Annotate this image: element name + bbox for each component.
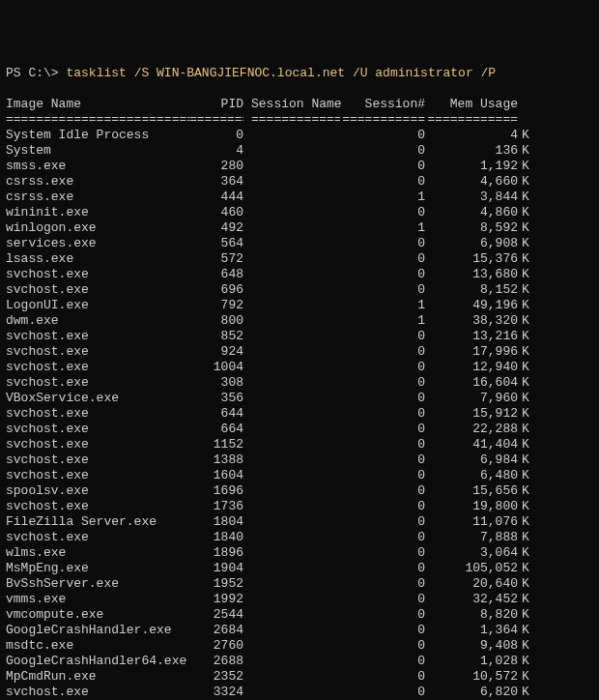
table-cell: 1152 <box>189 437 243 452</box>
table-cell: svchost.exe <box>6 685 189 700</box>
table-cell: 17,996 <box>425 344 518 360</box>
command-name: tasklist <box>66 66 126 80</box>
table-cell <box>243 391 340 406</box>
table-cell: 1 <box>340 190 425 205</box>
table-cell: K <box>518 623 535 638</box>
table-cell: svchost.exe <box>6 282 189 298</box>
table-cell: 852 <box>189 329 243 344</box>
blank-line <box>6 81 593 97</box>
table-cell <box>243 607 340 623</box>
table-cell <box>243 530 340 545</box>
table-cell: 0 <box>340 669 425 685</box>
table-cell: 0 <box>340 267 425 282</box>
table-cell: 1904 <box>189 561 243 576</box>
table-cell: K <box>518 514 535 530</box>
table-cell: 0 <box>340 360 425 375</box>
table-cell: 0 <box>340 437 425 452</box>
table-cell: 1 <box>340 220 425 236</box>
table-cell <box>243 623 340 638</box>
table-cell: 0 <box>340 576 425 592</box>
table-cell: 12,940 <box>425 360 518 375</box>
table-cell: 13,216 <box>425 329 518 344</box>
table-cell: 0 <box>340 422 425 437</box>
table-cell: 2760 <box>189 638 243 654</box>
command-args: /S WIN-BANGJIEFNOC.local.net /U administ… <box>127 66 496 80</box>
table-cell: 1004 <box>189 360 243 375</box>
table-cell: 0 <box>340 406 425 422</box>
table-cell <box>243 174 340 190</box>
table-cell: 1840 <box>189 530 243 545</box>
table-cell: K <box>518 654 535 669</box>
table-cell: 6,984 <box>425 452 518 468</box>
table-cell: 364 <box>189 174 243 190</box>
table-row: wlms.exe189603,064K <box>6 545 593 561</box>
table-cell: K <box>518 422 535 437</box>
table-cell: vmcompute.exe <box>6 607 189 623</box>
table-cell: K <box>518 499 535 514</box>
separator-cell <box>518 112 535 128</box>
table-cell: 800 <box>189 313 243 329</box>
separator-cell: =========== <box>340 112 425 128</box>
table-cell: 0 <box>340 499 425 514</box>
table-cell <box>243 267 340 282</box>
separator-row: ========================================… <box>6 112 593 128</box>
table-cell: 11,076 <box>425 514 518 530</box>
table-cell: 7,888 <box>425 530 518 545</box>
table-cell: 13,680 <box>425 267 518 282</box>
table-cell: 792 <box>189 298 243 313</box>
table-row: LogonUI.exe792149,196K <box>6 298 593 313</box>
terminal-window[interactable]: PS C:\> tasklist /S WIN-BANGJIEFNOC.loca… <box>6 66 593 700</box>
table-row: svchost.exe308016,604K <box>6 375 593 391</box>
table-row: dwm.exe800138,320K <box>6 313 593 329</box>
table-cell: K <box>518 530 535 545</box>
table-cell <box>243 344 340 360</box>
table-cell <box>243 143 340 159</box>
table-cell: BvSshServer.exe <box>6 576 189 592</box>
table-cell: svchost.exe <box>6 406 189 422</box>
table-row: lsass.exe572015,376K <box>6 251 593 267</box>
header-cell <box>518 97 535 112</box>
table-cell: 0 <box>189 128 243 143</box>
table-cell <box>243 190 340 205</box>
table-cell: 10,572 <box>425 669 518 685</box>
table-cell: 572 <box>189 251 243 267</box>
table-cell: K <box>518 360 535 375</box>
table-cell: MsMpEng.exe <box>6 561 189 576</box>
table-cell: 4,860 <box>425 205 518 220</box>
table-cell <box>243 499 340 514</box>
table-cell: K <box>518 576 535 592</box>
table-row: svchost.exe184007,888K <box>6 530 593 545</box>
table-cell <box>243 329 340 344</box>
table-cell: 0 <box>340 638 425 654</box>
table-cell: 0 <box>340 685 425 700</box>
table-cell: 2684 <box>189 623 243 638</box>
prompt-prefix: PS C:\> <box>6 66 66 80</box>
table-cell: 2688 <box>189 654 243 669</box>
table-cell: FileZilla Server.exe <box>6 514 189 530</box>
table-cell: svchost.exe <box>6 499 189 514</box>
table-cell: K <box>518 267 535 282</box>
table-cell: K <box>518 685 535 700</box>
table-cell <box>243 128 340 143</box>
table-cell: System Idle Process <box>6 128 189 143</box>
table-cell: 308 <box>189 375 243 391</box>
table-cell <box>243 205 340 220</box>
table-cell <box>243 669 340 685</box>
table-cell: K <box>518 174 535 190</box>
table-cell <box>243 437 340 452</box>
separator-cell: ============ <box>425 112 518 128</box>
table-cell: K <box>518 282 535 298</box>
table-cell: vmms.exe <box>6 592 189 607</box>
table-row: GoogleCrashHandler.exe268401,364K <box>6 623 593 638</box>
table-cell: 32,452 <box>425 592 518 607</box>
table-cell <box>243 592 340 607</box>
table-cell: svchost.exe <box>6 344 189 360</box>
table-row: svchost.exe648013,680K <box>6 267 593 282</box>
table-cell <box>243 638 340 654</box>
table-cell: 9,408 <box>425 638 518 654</box>
table-cell: 2352 <box>189 669 243 685</box>
table-cell: 648 <box>189 267 243 282</box>
table-cell: 7,960 <box>425 391 518 406</box>
table-cell: VBoxService.exe <box>6 391 189 406</box>
table-cell <box>243 483 340 499</box>
